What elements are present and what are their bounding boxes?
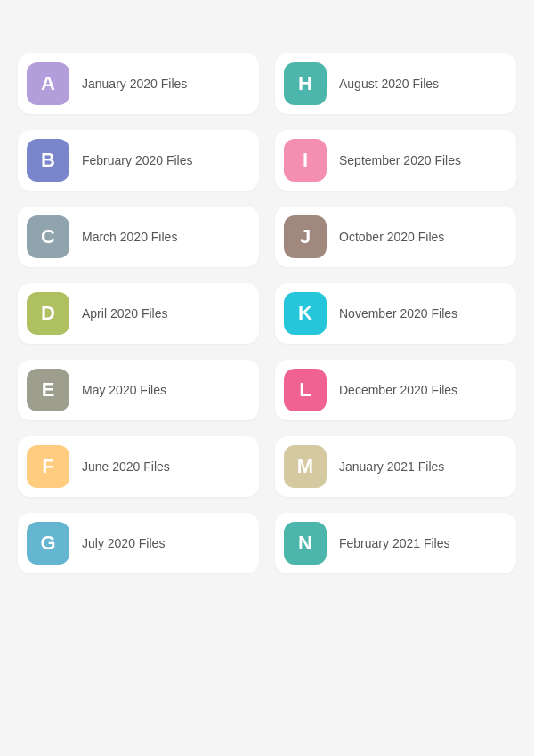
folder-item-d[interactable]: DApril 2020 Files xyxy=(18,283,259,344)
folder-label-h: August 2020 Files xyxy=(339,76,439,92)
folder-badge-i: I xyxy=(284,139,327,182)
folder-badge-l: L xyxy=(284,369,327,411)
folder-item-c[interactable]: CMarch 2020 Files xyxy=(18,207,259,267)
folder-item-h[interactable]: HAugust 2020 Files xyxy=(275,53,516,114)
folder-grid: AJanuary 2020 FilesHAugust 2020 FilesBFe… xyxy=(18,53,516,573)
folder-badge-k: K xyxy=(284,292,327,335)
folder-label-n: February 2021 Files xyxy=(339,535,450,551)
folder-item-j[interactable]: JOctober 2020 Files xyxy=(275,207,516,267)
folder-label-m: January 2021 Files xyxy=(339,459,444,475)
folder-item-a[interactable]: AJanuary 2020 Files xyxy=(18,53,259,114)
folder-label-a: January 2020 Files xyxy=(82,76,187,92)
folder-item-i[interactable]: ISeptember 2020 Files xyxy=(275,130,516,191)
folder-item-f[interactable]: FJune 2020 Files xyxy=(18,436,259,497)
folder-label-i: September 2020 Files xyxy=(339,152,461,168)
folder-item-n[interactable]: NFebruary 2021 Files xyxy=(275,513,516,573)
folder-badge-j: J xyxy=(284,215,327,258)
folder-badge-b: B xyxy=(27,139,69,182)
folder-label-e: May 2020 Files xyxy=(82,382,166,398)
folder-label-f: June 2020 Files xyxy=(82,459,170,475)
folder-badge-a: A xyxy=(27,62,69,105)
folder-label-g: July 2020 Files xyxy=(82,535,165,551)
folder-badge-f: F xyxy=(27,445,69,488)
folder-badge-c: C xyxy=(27,215,69,258)
folder-badge-e: E xyxy=(27,369,69,411)
folder-badge-d: D xyxy=(27,292,69,335)
folder-label-j: October 2020 Files xyxy=(339,229,444,245)
folder-label-k: November 2020 Files xyxy=(339,305,457,321)
folder-item-m[interactable]: MJanuary 2021 Files xyxy=(275,436,516,497)
folder-label-d: April 2020 Files xyxy=(82,305,168,321)
folder-item-e[interactable]: EMay 2020 Files xyxy=(18,360,259,420)
folder-badge-m: M xyxy=(284,445,327,488)
folder-label-l: December 2020 Files xyxy=(339,382,457,398)
folder-badge-h: H xyxy=(284,62,327,105)
folder-badge-g: G xyxy=(27,522,69,565)
folder-item-l[interactable]: LDecember 2020 Files xyxy=(275,360,516,420)
folder-item-k[interactable]: KNovember 2020 Files xyxy=(275,283,516,344)
folder-badge-n: N xyxy=(284,522,327,565)
folder-item-b[interactable]: BFebruary 2020 Files xyxy=(18,130,259,191)
folder-label-c: March 2020 Files xyxy=(82,229,177,245)
folder-item-g[interactable]: GJuly 2020 Files xyxy=(18,513,259,573)
folder-label-b: February 2020 Files xyxy=(82,152,193,168)
